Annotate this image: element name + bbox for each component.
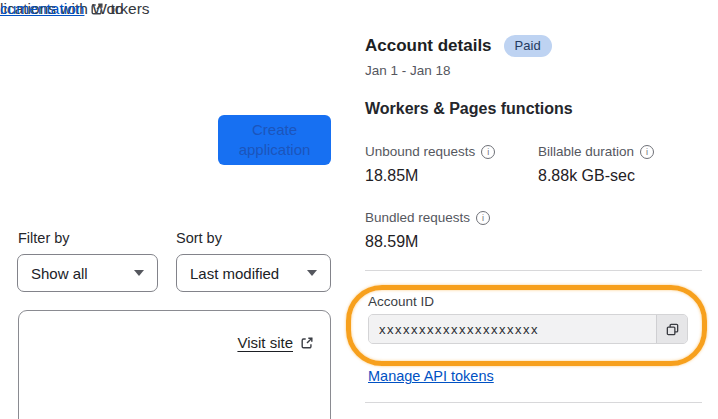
filter-by-label: Filter by bbox=[18, 230, 70, 246]
info-icon[interactable] bbox=[640, 145, 654, 159]
billable-duration-value: 8.88k GB-sec bbox=[538, 167, 635, 185]
paid-plan-badge: Paid bbox=[504, 35, 552, 57]
project-card: Visit site bbox=[18, 310, 331, 419]
promo-text-line2: cumentation to bbox=[0, 0, 123, 18]
account-details-header: Account details Paid bbox=[365, 35, 552, 57]
manage-api-tokens-link[interactable]: Manage API tokens bbox=[368, 368, 494, 384]
copy-button[interactable] bbox=[656, 315, 687, 343]
bundled-requests-value: 88.59M bbox=[365, 233, 418, 251]
sort-by-label: Sort by bbox=[176, 230, 222, 246]
caret-down-icon bbox=[307, 270, 317, 276]
filter-dropdown[interactable]: Show all bbox=[17, 254, 158, 292]
billing-date-range: Jan 1 - Jan 18 bbox=[365, 63, 451, 78]
bundled-requests-label: Bundled requests bbox=[365, 210, 490, 225]
account-id-label: Account ID bbox=[368, 294, 434, 309]
documentation-link[interactable]: cumentation bbox=[0, 0, 84, 18]
external-link-icon bbox=[90, 2, 104, 16]
workers-pages-dashboard: lications with Workers cumentation to Cr… bbox=[0, 0, 718, 419]
billable-duration-label: Billable duration bbox=[538, 144, 654, 159]
functions-section-title: Workers & Pages functions bbox=[365, 100, 573, 118]
stat-label-text: Unbound requests bbox=[365, 144, 475, 159]
sort-dropdown-value: Last modified bbox=[190, 265, 279, 282]
caret-down-icon bbox=[134, 270, 144, 276]
account-id-input[interactable] bbox=[369, 315, 656, 343]
stat-label-text: Bundled requests bbox=[365, 210, 470, 225]
filter-dropdown-value: Show all bbox=[31, 265, 88, 282]
unbound-requests-value: 18.85M bbox=[365, 167, 418, 185]
create-application-button[interactable]: Create application bbox=[218, 115, 331, 165]
account-details-panel: Account details Paid Jan 1 - Jan 18 Work… bbox=[365, 0, 702, 419]
info-icon[interactable] bbox=[476, 211, 490, 225]
divider bbox=[365, 402, 702, 403]
info-icon[interactable] bbox=[481, 145, 495, 159]
unbound-requests-label: Unbound requests bbox=[365, 144, 495, 159]
stat-label-text: Billable duration bbox=[538, 144, 634, 159]
sort-dropdown[interactable]: Last modified bbox=[176, 254, 331, 292]
visit-site-link[interactable]: Visit site bbox=[237, 334, 314, 351]
promo-text-suffix: to bbox=[110, 0, 123, 18]
external-link-icon bbox=[300, 336, 314, 350]
account-id-field-group bbox=[368, 314, 688, 344]
account-details-title: Account details bbox=[365, 36, 492, 56]
visit-site-label: Visit site bbox=[237, 334, 293, 351]
copy-icon bbox=[665, 322, 680, 337]
divider bbox=[365, 270, 702, 271]
